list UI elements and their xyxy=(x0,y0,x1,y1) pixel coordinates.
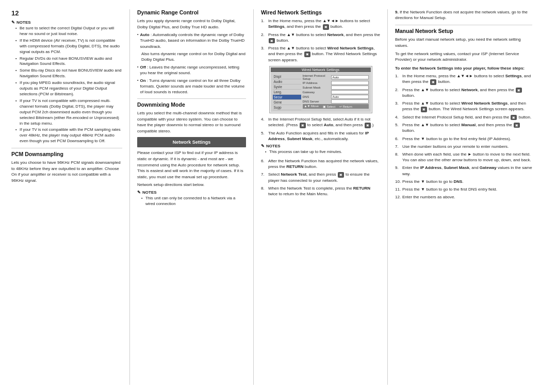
content: 12 ✎ NOTES Be sure to select the correct… xyxy=(11,9,546,385)
dns-label: DNS xyxy=(303,95,331,98)
nav-move: ▲▼ Move xyxy=(304,105,319,108)
auto-note: Also turns dynamic range control on for … xyxy=(137,51,246,62)
notes-list: Be sure to select the correct Digital Ou… xyxy=(11,26,122,144)
screen-right-fields: Internet Protocol Setup Auto IP Address … xyxy=(303,74,369,110)
network-directions: Network setup directions start below. xyxy=(137,182,246,188)
downmixing-text: Lets you select the multi-channel downmi… xyxy=(137,110,246,134)
step-item: Press the ▲▼ buttons to select Network, … xyxy=(395,87,532,99)
bullet-on: • On : Turns dynamic range control on fo… xyxy=(137,78,246,95)
step-item: Press the ▲▼ buttons to select Manual, a… xyxy=(395,122,532,134)
list-item: If your TV is not compatible with the PC… xyxy=(15,127,122,144)
page-number: 12 xyxy=(11,9,122,17)
note-icon: ✎ xyxy=(261,144,265,148)
step-item: Press the ▲▼ buttons to select Network, … xyxy=(261,32,380,44)
bullet-dot: • xyxy=(137,78,138,95)
subnet-label: Subnet Mask xyxy=(303,86,331,89)
menu-support: Supp xyxy=(273,105,301,110)
step-item: The Auto Function acquires and fills in … xyxy=(261,130,380,142)
network-settings-box: Network Settings xyxy=(137,137,246,147)
subnet-row: Subnet Mask xyxy=(303,86,369,90)
bullet-text: Off : Leaves the dynamic range uncompres… xyxy=(140,64,246,76)
list-item: This process can take up to five minutes… xyxy=(265,149,380,155)
ip-label: IP Address xyxy=(303,81,331,84)
network-text: Please contact your ISP to find out if y… xyxy=(137,150,246,180)
ip-row: IP Address xyxy=(303,81,369,85)
step-item: Enter the IP Address, Subnet Mask, and G… xyxy=(395,165,532,176)
setup-label: Internet Protocol Setup xyxy=(303,74,331,80)
dns-server-row: DNS Server xyxy=(303,99,369,104)
step-item: Select Network Test, and then press ▣ to… xyxy=(261,172,380,183)
dns-server-label: DNS Server xyxy=(303,100,331,103)
menu-security: Secur xyxy=(273,95,301,100)
step-item: In the Home menu, press the ▲▼◄► buttons… xyxy=(261,18,380,30)
subnet-value xyxy=(331,86,369,90)
pcm-text: Lets you choose to have 96KHz PCM signal… xyxy=(11,160,122,183)
dns-value: Auto xyxy=(331,95,369,99)
divider xyxy=(137,98,246,99)
step-item: Press the ▼ button to go to the first DN… xyxy=(395,186,532,192)
list-item: If you play MPEG audio soundtracks, the … xyxy=(15,80,122,97)
setup-value: Auto xyxy=(331,75,369,79)
menu-display: Displ xyxy=(273,74,301,79)
notes2-label: NOTES xyxy=(142,190,157,195)
dns-server-value xyxy=(331,99,369,104)
divider xyxy=(395,25,532,25)
screen-nav: ▲▼ Move ▣ Select ↩ Return xyxy=(303,104,369,109)
notes-section: ✎ NOTES Be sure to select the correct Di… xyxy=(11,20,122,144)
wired-steps: In the Home menu, press the ▲▼◄► buttons… xyxy=(261,18,380,63)
list-item: This unit can only be connected to a Net… xyxy=(141,196,246,207)
step9-note: 9. If the Network Function does not acqu… xyxy=(395,9,532,21)
notes2-list: This unit can only be connected to a Net… xyxy=(137,196,246,207)
bullet-auto: • Auto : Automatically controls the dyna… xyxy=(137,32,246,49)
step-item: Enter the numbers as above. xyxy=(395,194,532,200)
menu-audio: Audio xyxy=(273,79,301,84)
notes3-header: ✎ NOTES xyxy=(261,144,380,148)
step-item: In the Internet Protocol Setup field, se… xyxy=(261,116,380,128)
nav-select: ▣ Select xyxy=(323,105,335,108)
bullet-dot: • xyxy=(137,32,138,49)
bullet-text: On : Turns dynamic range control on for … xyxy=(140,78,246,95)
step-item: When the Network Test is complete, press… xyxy=(261,185,380,197)
menu-lang: Lang. xyxy=(273,90,301,95)
step-item: In the Home menu, press the ▲▼◄► buttons… xyxy=(395,73,532,85)
notes-label: NOTES xyxy=(17,20,31,25)
screen-mockup: Wired Network Settings Displ Audio Syste… xyxy=(269,66,372,113)
notes2-section: ✎ NOTES This unit can only be connected … xyxy=(137,190,246,207)
manual-steps: In the Home menu, press the ▲▼◄► buttons… xyxy=(395,73,532,200)
step-item: Press the ▼ button to go to DNS. xyxy=(395,179,532,184)
divider xyxy=(11,148,122,148)
notes-header: ✎ NOTES xyxy=(11,20,122,25)
dynamic-range-text: Lets you apply dynamic range control to … xyxy=(137,18,246,30)
column-1: 12 ✎ NOTES Be sure to select the correct… xyxy=(11,9,130,385)
notes2-header: ✎ NOTES xyxy=(137,190,246,195)
bullet-dot: • xyxy=(137,65,138,76)
note-icon: ✎ xyxy=(137,190,141,195)
list-item: Regular DVDs do not have BONUSVIEW audio… xyxy=(15,56,122,67)
step-item: After the Network Function has acquired … xyxy=(261,158,380,169)
gateway-row: Gateway xyxy=(303,90,369,94)
page: 12 ✎ NOTES Be sure to select the correct… xyxy=(0,0,557,392)
menu-general: Gene xyxy=(273,100,301,105)
list-item: If your TV is not compatible with compre… xyxy=(15,98,122,127)
bullet-text: Auto : Automatically controls the dynami… xyxy=(140,32,246,49)
setup-row: Internet Protocol Setup Auto xyxy=(303,74,369,80)
list-item: Some Blu-ray Discs do not have BONUSVIEW… xyxy=(15,68,122,79)
gateway-value xyxy=(331,90,369,94)
manual-steps-header: To enter the Network Settings into your … xyxy=(395,65,532,71)
manual-heading: Manual Network Setup xyxy=(395,28,532,34)
screen-title: Wired Network Settings xyxy=(271,67,371,72)
column-2: Dynamic Range Control Lets you apply dyn… xyxy=(130,9,254,385)
wired-steps-continued: In the Internet Protocol Setup field, se… xyxy=(261,116,380,142)
notes3-section: ✎ NOTES This process can take up to five… xyxy=(261,144,380,155)
gateway-label: Gateway xyxy=(303,91,331,94)
manual-intro: Before you start manual network setup, y… xyxy=(395,37,532,48)
list-item: If the HDMI device (AV receiver, TV) is … xyxy=(15,38,122,55)
pcm-heading: PCM Downsampling xyxy=(11,151,122,157)
screen-inner: Displ Audio Syste Lang. Secur Gene Supp … xyxy=(271,73,371,112)
downmixing-heading: Downmixing Mode xyxy=(137,101,246,108)
manual-isp: To get the network setting values, conta… xyxy=(395,51,532,63)
step-item: When done with each field, use the ► but… xyxy=(395,151,532,163)
notes3-label: NOTES xyxy=(266,144,281,148)
step-item: Press the ▲▼ buttons to select Wired Net… xyxy=(395,100,532,112)
menu-system: Syste xyxy=(273,84,301,90)
